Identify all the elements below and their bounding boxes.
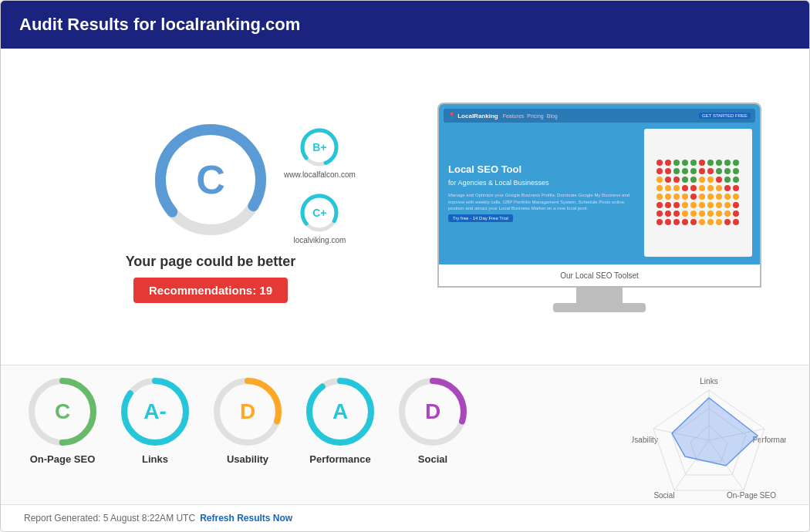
grid-dot	[699, 210, 705, 217]
svg-text:Social: Social	[653, 491, 674, 500]
metric-item-on-page-seo: C On-Page SEO	[24, 373, 101, 465]
grid-dot	[682, 160, 688, 166]
grid-dot	[699, 219, 705, 225]
grid-dot	[690, 185, 697, 191]
page-title: Audit Results for localranking.com	[19, 15, 300, 34]
grid-dot	[716, 194, 722, 200]
metric-circle-4: D	[394, 373, 471, 450]
grid-dot	[656, 160, 663, 166]
grid-dot	[690, 177, 697, 183]
grid-dot	[724, 210, 731, 217]
competitor-1-url: www.localfalcon.com	[284, 170, 356, 179]
svg-text:On-Page SEO: On-Page SEO	[727, 491, 776, 500]
grid-dot	[724, 194, 731, 200]
grid-dot	[699, 168, 705, 174]
metrics-row: C On-Page SEO A- Links D Usability A Per…	[24, 373, 632, 465]
grid-dot	[707, 177, 714, 183]
metric-grade-3: A	[332, 399, 348, 424]
grid-dot	[665, 194, 671, 200]
refresh-results-button[interactable]: Refresh Results Now	[200, 513, 292, 524]
grid-dot	[699, 177, 705, 183]
navbar-links: Features Pricing Blog	[503, 113, 558, 119]
grid-dot	[724, 219, 731, 225]
grid-dot	[716, 185, 722, 191]
metric-grade-2: D	[240, 399, 255, 424]
grid-dot	[699, 194, 705, 200]
grid-dot	[656, 194, 663, 200]
grid-dot	[699, 185, 705, 191]
top-section: C B+ www.localfalcon.com	[1, 49, 809, 365]
grid-dot	[699, 160, 705, 166]
grid-dot	[707, 202, 714, 208]
grid-dot	[656, 177, 663, 183]
grid-dot	[665, 202, 671, 208]
monitor-stand-neck	[576, 288, 623, 303]
bottom-section: C On-Page SEO A- Links D Usability A Per…	[1, 365, 809, 504]
grid-dot	[690, 219, 697, 225]
grid-dot	[682, 185, 688, 191]
grid-dot	[673, 185, 680, 191]
grid-dot	[733, 177, 739, 183]
nav-link-1: Features	[503, 113, 525, 119]
footer-bar: Report Generated: 5 August 8:22AM UTC Re…	[1, 504, 809, 531]
monitor: 📍 LocalRanking Features Pricing Blog GET…	[437, 103, 761, 318]
screen-inner: 📍 LocalRanking Features Pricing Blog GET…	[439, 104, 760, 264]
screen-left-content: Local SEO Toolfor Agencies & Local Busin…	[444, 126, 636, 260]
radar-container: Links Performance On-Page SEO Social Usa…	[632, 373, 786, 504]
screen-cta-btn: Try free - 14 Day Free Trial	[448, 214, 513, 222]
grid-dot	[716, 210, 722, 217]
grid-dot	[716, 219, 722, 225]
screen-navbar: 📍 LocalRanking Features Pricing Blog GET…	[444, 109, 755, 123]
right-panel: 📍 LocalRanking Features Pricing Blog GET…	[413, 64, 786, 357]
metric-item-social: D Social	[394, 373, 471, 465]
competitor-2-circle: C+	[298, 191, 341, 234]
metric-item-performance: A Performance	[302, 373, 379, 465]
grid-dot	[673, 194, 680, 200]
grid-dot	[673, 202, 680, 208]
svg-marker-29	[672, 398, 758, 466]
grid-dot	[733, 160, 739, 166]
grid-dot	[724, 177, 731, 183]
grid-dot	[733, 210, 739, 217]
grid-dot	[656, 202, 663, 208]
competitor-1: B+ www.localfalcon.com	[284, 126, 356, 179]
monitor-stand-base	[553, 303, 646, 312]
grid-dot	[682, 194, 688, 200]
metric-label-3: Performance	[309, 453, 370, 465]
grid-dot	[665, 177, 671, 183]
grid-dot	[699, 202, 705, 208]
screen-title: Local SEO Toolfor Agencies & Local Busin…	[448, 163, 632, 190]
grid-dot	[707, 168, 714, 174]
grid-dot	[690, 194, 697, 200]
competitor-2-url: localviking.com	[294, 236, 346, 244]
competitor-2: C+ localviking.com	[284, 191, 356, 244]
screen-bottom-text: Our Local SEO Toolset	[560, 271, 639, 280]
grid-dot	[656, 210, 663, 217]
report-generated-text: Report Generated: 5 August 8:22AM UTC	[24, 513, 195, 524]
grid-dot	[665, 168, 671, 174]
grid-dot	[682, 210, 688, 217]
grid-dot	[682, 202, 688, 208]
screen-bottom-bar: Our Local SEO Toolset	[439, 264, 760, 286]
grid-dot	[665, 185, 671, 191]
recommendations-badge[interactable]: Recommendations: 19	[133, 278, 288, 303]
main-window: Audit Results for localranking.com C	[0, 0, 810, 532]
page-header: Audit Results for localranking.com	[1, 1, 809, 49]
grid-dot	[682, 219, 688, 225]
grid-dot	[724, 185, 731, 191]
grid-dot	[724, 160, 731, 166]
metric-grade-4: D	[425, 399, 440, 424]
metric-item-usability: D Usability	[209, 373, 286, 465]
grid-dot	[673, 160, 680, 166]
grid-dot	[682, 177, 688, 183]
grid-dot	[690, 168, 697, 174]
metric-label-2: Usability	[227, 453, 268, 465]
grid-dot	[707, 219, 714, 225]
grid-dot	[690, 202, 697, 208]
monitor-screen: 📍 LocalRanking Features Pricing Blog GET…	[437, 103, 761, 288]
grid-dot	[690, 160, 697, 166]
grid-dot	[733, 202, 739, 208]
grid-dot	[707, 185, 714, 191]
svg-text:Usability: Usability	[632, 436, 658, 444]
radar-chart: Links Performance On-Page SEO Social Usa…	[632, 373, 786, 504]
